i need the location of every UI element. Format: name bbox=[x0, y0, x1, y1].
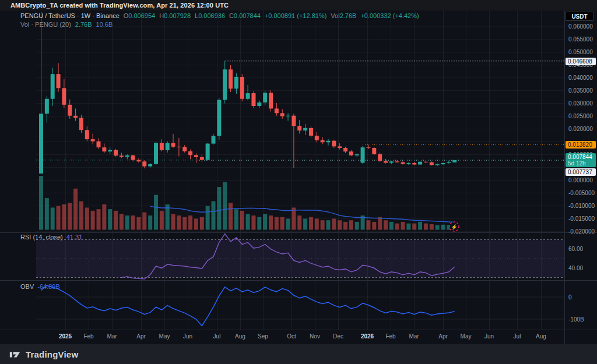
resistance-price-label[interactable]: 0.013820 bbox=[566, 141, 596, 149]
obv-value: -64.89B bbox=[37, 283, 60, 290]
svg-text:0.050000: 0.050000 bbox=[568, 49, 593, 55]
time-axis-label: Apr bbox=[438, 333, 448, 340]
chart-background bbox=[0, 0, 597, 364]
svg-text:40.00: 40.00 bbox=[568, 265, 583, 271]
attribution-bar: AMBCrypto_TA created with TradingView.co… bbox=[0, 0, 597, 10]
time-axis-label: Dec bbox=[333, 333, 343, 340]
ohlc-low: L0.006936 bbox=[195, 12, 225, 19]
svg-text:-100B: -100B bbox=[568, 316, 584, 323]
volume-current-value: 2.76B bbox=[75, 21, 92, 28]
ohlc-high: H0.007928 bbox=[159, 12, 191, 19]
volume-indicator-label[interactable]: Vol · PENGU (20) bbox=[20, 21, 71, 28]
svg-text:-0.020000: -0.020000 bbox=[568, 228, 595, 235]
svg-text:0.040000: 0.040000 bbox=[568, 75, 593, 81]
time-axis-label: Mar bbox=[409, 333, 419, 340]
time-axis-label: Jul bbox=[514, 333, 521, 340]
volume-readout: Vol2.76B bbox=[331, 12, 356, 19]
last-price-value: 0.007844 bbox=[568, 154, 596, 160]
svg-text:0.000000: 0.000000 bbox=[568, 177, 593, 183]
volume-indicator-row[interactable]: Vol · PENGU (20) 2.76B 10.6B bbox=[20, 21, 113, 28]
svg-text:-0.010000: -0.010000 bbox=[568, 203, 595, 209]
svg-text:0.025000: 0.025000 bbox=[568, 113, 593, 119]
tradingview-chart-window: ⚡0.0600000.0550000.0500000.0450000.04000… bbox=[0, 0, 597, 364]
chart-canvas[interactable]: ⚡0.0600000.0550000.0500000.0450000.04000… bbox=[0, 0, 597, 364]
svg-text:⚡: ⚡ bbox=[451, 224, 458, 231]
event-spinner-icon[interactable]: ⚡ bbox=[449, 222, 459, 231]
volume-ma-value: 10.6B bbox=[96, 21, 113, 28]
obv-indicator-row[interactable]: OBV -64.89B bbox=[20, 283, 60, 290]
last-price-label[interactable]: 0.007844 5d 12h bbox=[566, 153, 596, 167]
time-axis-label: Sep bbox=[258, 333, 268, 340]
rsi-indicator-row[interactable]: RSI (14, close) 41.31 bbox=[20, 234, 82, 241]
time-axis-label: Jun bbox=[183, 333, 192, 340]
currency-toggle-button[interactable]: USDT bbox=[565, 12, 594, 21]
time-axis-label: Jun bbox=[484, 333, 494, 340]
time-axis-label: Feb bbox=[385, 333, 396, 340]
svg-text:0.035000: 0.035000 bbox=[568, 87, 593, 94]
svg-text:0.030000: 0.030000 bbox=[568, 100, 593, 107]
rsi-value: 41.31 bbox=[66, 234, 83, 241]
tradingview-logo-icon[interactable] bbox=[9, 349, 21, 359]
time-axis-label: Mar bbox=[107, 333, 117, 340]
rsi-label[interactable]: RSI (14, close) bbox=[20, 234, 63, 241]
time-axis-label: 2025 bbox=[59, 333, 72, 340]
symbol-title[interactable]: PENGU / TetherUS · 1W · Binance bbox=[20, 12, 120, 19]
support-price-label[interactable]: 0.007737 bbox=[566, 168, 596, 176]
time-axis-label: Jul bbox=[213, 333, 221, 340]
bar-countdown: 5d 12h bbox=[568, 160, 596, 167]
time-axis-label: May bbox=[159, 333, 170, 340]
tradingview-brand-text[interactable]: TradingView bbox=[26, 349, 78, 359]
time-axis-label: Nov bbox=[310, 333, 320, 340]
time-axis-label: Apr bbox=[136, 333, 146, 340]
time-axis-label: 2026 bbox=[361, 333, 374, 340]
svg-text:0: 0 bbox=[568, 294, 572, 301]
time-axis-label: May bbox=[461, 333, 472, 340]
ath-price-label[interactable]: 0.046608 bbox=[566, 58, 596, 65]
ohlc-close: C0.007844 bbox=[229, 12, 261, 19]
svg-text:-0.005000: -0.005000 bbox=[568, 190, 595, 196]
time-axis-label: Aug bbox=[235, 333, 245, 340]
svg-text:0.055000: 0.055000 bbox=[568, 36, 593, 43]
ohlc-open: O0.006954 bbox=[124, 12, 155, 19]
volume-change: +0.000332 (+4.42%) bbox=[360, 12, 419, 19]
time-axis-label: Feb bbox=[83, 333, 94, 340]
svg-text:60.00: 60.00 bbox=[568, 246, 583, 252]
symbol-legend-row[interactable]: PENGU / TetherUS · 1W · Binance O0.00695… bbox=[20, 12, 419, 19]
time-axis-label: Oct bbox=[287, 333, 296, 340]
footer-bar: TradingView bbox=[0, 344, 597, 364]
price-change: +0.000891 (+12.81%) bbox=[265, 12, 326, 19]
time-axis-label: Aug bbox=[536, 333, 546, 340]
svg-text:0.020000: 0.020000 bbox=[568, 126, 593, 132]
obv-label[interactable]: OBV bbox=[20, 283, 34, 290]
svg-text:0.060000: 0.060000 bbox=[568, 23, 593, 30]
attribution-text: AMBCrypto_TA created with TradingView.co… bbox=[10, 2, 229, 9]
svg-text:-0.015000: -0.015000 bbox=[568, 215, 595, 222]
